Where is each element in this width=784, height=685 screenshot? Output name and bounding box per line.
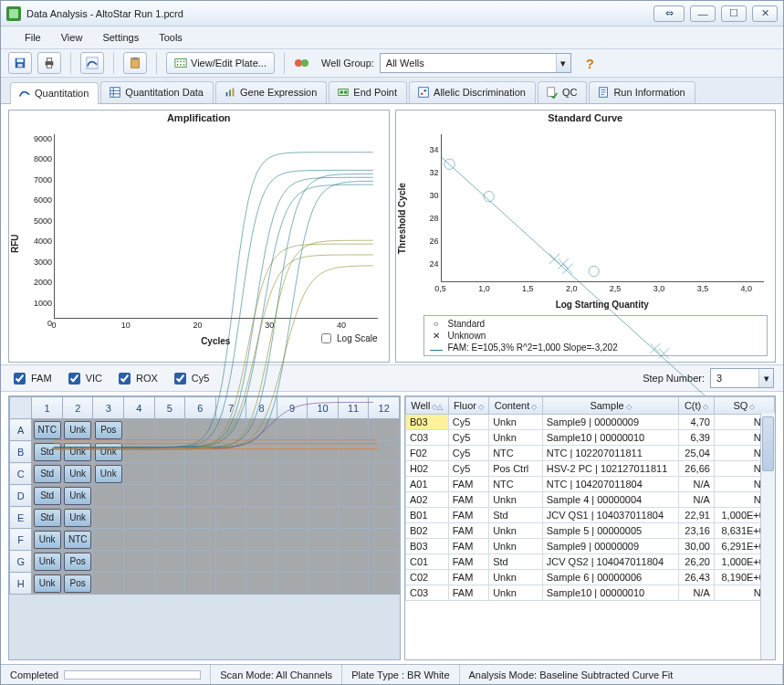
plate-cell-H5[interactable] bbox=[154, 573, 185, 595]
plate-cell-G5[interactable] bbox=[154, 551, 185, 573]
help-icon[interactable]: ? bbox=[586, 56, 594, 71]
plate-cell-G12[interactable] bbox=[369, 551, 400, 573]
plate-cell-H2[interactable]: Pos bbox=[62, 573, 93, 595]
log-scale-checkbox[interactable] bbox=[321, 333, 331, 343]
col-sample[interactable]: Sample◇ bbox=[542, 397, 679, 415]
table-row[interactable]: C03Cy5UnknSample10 | 000000106,39N/A bbox=[406, 430, 775, 446]
plate-row-F[interactable]: F bbox=[10, 529, 32, 551]
table-row[interactable]: B01FAMStdJCV QS1 | 10403701180422,911,00… bbox=[406, 508, 775, 523]
minimize-button[interactable]: — bbox=[690, 5, 716, 22]
plate-cell-G3[interactable] bbox=[93, 551, 124, 573]
plate-row-A[interactable]: A bbox=[10, 419, 32, 441]
plate-cell-C4[interactable] bbox=[124, 463, 155, 485]
fam-checkbox[interactable] bbox=[14, 373, 26, 385]
chart-settings-button[interactable] bbox=[80, 52, 104, 74]
plate-cell-F2[interactable]: NTC bbox=[62, 529, 93, 551]
plate-cell-H3[interactable] bbox=[93, 573, 124, 595]
well-G2[interactable]: Pos bbox=[64, 553, 91, 571]
well-F2[interactable]: NTC bbox=[64, 531, 91, 549]
plate-cell-E9[interactable] bbox=[277, 507, 308, 529]
table-row[interactable]: H02Cy5Pos CtrlHSV-2 PC | 10212701181126,… bbox=[406, 461, 775, 477]
plate-cell-C10[interactable] bbox=[308, 463, 339, 485]
plate-row-G[interactable]: G bbox=[10, 551, 32, 573]
plate-cell-D9[interactable] bbox=[277, 485, 308, 507]
view-edit-plate-button[interactable]: View/Edit Plate... bbox=[166, 52, 275, 74]
plate-row-E[interactable]: E bbox=[10, 507, 32, 529]
menu-settings[interactable]: Settings bbox=[100, 30, 141, 45]
plate-cell-C8[interactable] bbox=[246, 463, 277, 485]
print-button[interactable] bbox=[37, 52, 61, 74]
table-row[interactable]: F02Cy5NTCNTC | 10220701181125,04N/A bbox=[406, 446, 775, 461]
plate-cell-F9[interactable] bbox=[277, 529, 308, 551]
tab-quantitation[interactable]: Quantitation bbox=[10, 82, 99, 104]
plate-cell-F1[interactable]: Unk bbox=[32, 529, 63, 551]
plate-cell-C6[interactable] bbox=[185, 463, 216, 485]
plate-cell-C5[interactable] bbox=[154, 463, 185, 485]
tab-quantitation-data[interactable]: Quantitation Data bbox=[100, 81, 214, 103]
plate-cell-D8[interactable] bbox=[246, 485, 277, 507]
save-button[interactable] bbox=[8, 52, 32, 74]
plate-cell-H10[interactable] bbox=[308, 573, 339, 595]
menu-file[interactable]: File bbox=[23, 30, 43, 45]
table-row[interactable]: C03FAMUnknSample10 | 00000010N/AN/A bbox=[406, 585, 775, 601]
tab-qc[interactable]: QC bbox=[538, 81, 588, 103]
tab-allelic-discrimination[interactable]: Allelic Discrimination bbox=[409, 81, 536, 103]
plate-cell-C7[interactable] bbox=[215, 463, 246, 485]
well-D1[interactable]: Std bbox=[34, 487, 61, 505]
plate-row-H[interactable]: H bbox=[10, 573, 32, 595]
tab-gene-expression[interactable]: Gene Expression bbox=[215, 81, 327, 103]
plate-cell-F10[interactable] bbox=[308, 529, 339, 551]
plate-cell-E10[interactable] bbox=[308, 507, 339, 529]
plate-cell-G4[interactable] bbox=[124, 551, 155, 573]
plate-cell-F8[interactable] bbox=[246, 529, 277, 551]
plate-cell-D6[interactable] bbox=[185, 485, 216, 507]
col-content[interactable]: Content◇ bbox=[489, 397, 543, 415]
well-F1[interactable]: Unk bbox=[34, 531, 61, 549]
plate-cell-E2[interactable]: Unk bbox=[62, 507, 93, 529]
well-H2[interactable]: Pos bbox=[64, 574, 91, 593]
maximize-button[interactable]: ☐ bbox=[721, 5, 747, 22]
plate-cell-H8[interactable] bbox=[246, 573, 277, 595]
table-row[interactable]: C01FAMStdJCV QS2 | 10404701180426,201,00… bbox=[406, 554, 775, 570]
plate-cell-G7[interactable] bbox=[215, 551, 246, 573]
plate-cell-H6[interactable] bbox=[185, 573, 216, 595]
plate-cell-C1[interactable]: Std bbox=[32, 463, 63, 485]
well-E2[interactable]: Unk bbox=[64, 509, 91, 527]
close-button[interactable]: ✕ bbox=[752, 5, 778, 22]
clipboard-button[interactable] bbox=[123, 52, 147, 74]
plate-cell-C2[interactable]: Unk bbox=[62, 463, 93, 485]
col-well[interactable]: Well◇△ bbox=[406, 397, 449, 415]
plate-cell-D1[interactable]: Std bbox=[32, 485, 63, 507]
plate-cell-D3[interactable] bbox=[93, 485, 124, 507]
table-row[interactable]: C02FAMUnknSample 6 | 0000000626,438,190E… bbox=[406, 570, 775, 585]
table-row[interactable]: B03Cy5UnknSample9 | 000000094,70N/A bbox=[406, 415, 775, 430]
sync-button[interactable]: ⇔ bbox=[653, 5, 685, 22]
well-group-combo[interactable]: All Wells ▾ bbox=[380, 53, 571, 73]
plate-cell-D10[interactable] bbox=[308, 485, 339, 507]
plate-cell-E5[interactable] bbox=[154, 507, 185, 529]
plate-cell-F4[interactable] bbox=[124, 529, 155, 551]
plate-cell-E4[interactable] bbox=[124, 507, 155, 529]
plate-cell-F12[interactable] bbox=[369, 529, 400, 551]
plate-cell-E8[interactable] bbox=[246, 507, 277, 529]
plate-cell-E6[interactable] bbox=[185, 507, 216, 529]
plate-cell-C12[interactable] bbox=[369, 463, 400, 485]
plate-cell-D7[interactable] bbox=[215, 485, 246, 507]
col-sq[interactable]: SQ◇ bbox=[714, 397, 774, 415]
plate-cell-G8[interactable] bbox=[246, 551, 277, 573]
plate-cell-D2[interactable]: Unk bbox=[62, 485, 93, 507]
col-fluor[interactable]: Fluor◇ bbox=[448, 397, 488, 415]
plate-cell-F11[interactable] bbox=[338, 529, 369, 551]
well-C3[interactable]: Unk bbox=[95, 465, 122, 483]
plate-cell-F6[interactable] bbox=[185, 529, 216, 551]
plate-cell-D11[interactable] bbox=[338, 485, 369, 507]
plate-cell-G1[interactable]: Unk bbox=[32, 551, 63, 573]
table-row[interactable]: A02FAMUnknSample 4 | 00000004N/AN/A bbox=[406, 492, 775, 508]
plate-cell-E3[interactable] bbox=[93, 507, 124, 529]
plate-cell-G11[interactable] bbox=[338, 551, 369, 573]
plate-cell-H1[interactable]: Unk bbox=[32, 573, 63, 595]
plate-cell-G6[interactable] bbox=[185, 551, 216, 573]
table-row[interactable]: B02FAMUnknSample 5 | 0000000523,168,631E… bbox=[406, 523, 775, 539]
well-D2[interactable]: Unk bbox=[64, 487, 91, 505]
standard-curve-plot[interactable]: 242628303234 0,51,01,52,02,53,03,54,0 Lo… bbox=[410, 127, 770, 310]
